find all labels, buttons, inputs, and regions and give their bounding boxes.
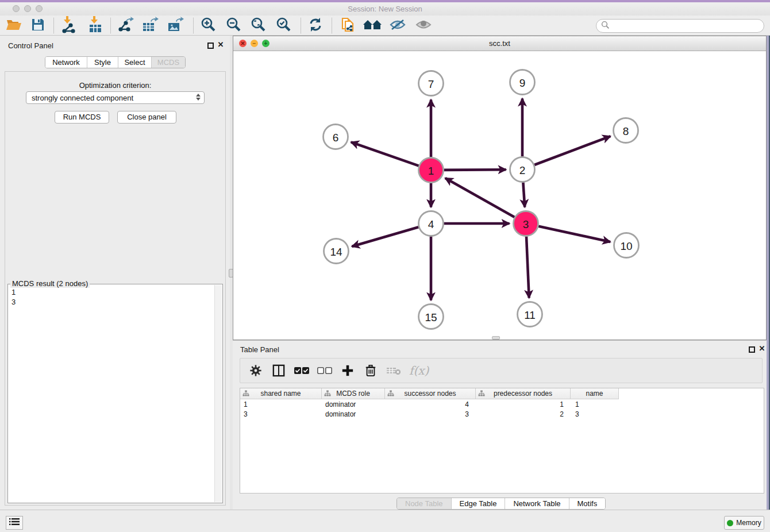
zoom-selected-button[interactable] — [273, 17, 294, 34]
cell-predecessor-nodes[interactable]: 1 — [476, 399, 571, 409]
traffic-light-minimize[interactable] — [24, 5, 31, 12]
tab-style[interactable]: Style — [87, 57, 118, 68]
import-table-button[interactable] — [84, 17, 105, 34]
table-close-icon[interactable]: ✕ — [759, 345, 765, 352]
graph-node-7[interactable]: 7 — [419, 71, 444, 96]
search-input[interactable] — [610, 22, 753, 30]
graph-node-8[interactable]: 8 — [614, 118, 638, 143]
toolbar-separator — [110, 18, 111, 33]
export-image-button[interactable] — [165, 17, 186, 34]
svg-text:10: 10 — [620, 240, 632, 252]
float-panel-icon[interactable] — [207, 43, 214, 49]
table-settings-button[interactable] — [248, 363, 263, 378]
tab-network[interactable]: Network — [45, 57, 87, 68]
graph-edge-1-6[interactable] — [351, 142, 419, 165]
cell-shared-name[interactable]: 1 — [240, 399, 322, 409]
memory-button[interactable]: Memory — [724, 516, 764, 530]
cell-name[interactable]: 3 — [571, 409, 619, 419]
graph-edge-2-3[interactable] — [523, 183, 525, 207]
graph-edge-2-8[interactable] — [534, 136, 610, 165]
select-all-columns-button[interactable] — [294, 363, 309, 378]
hide-selected-button[interactable] — [387, 17, 408, 34]
svg-text:4: 4 — [428, 218, 434, 230]
graph-node-3[interactable]: 3 — [514, 211, 538, 236]
export-network-button[interactable] — [115, 17, 136, 34]
run-mcds-button[interactable]: Run MCDS — [55, 111, 109, 124]
node-table: shared name MCDS role successor nodes pr… — [240, 388, 764, 494]
show-home-button[interactable] — [362, 17, 383, 34]
delete-column-button[interactable] — [363, 363, 378, 378]
table-float-icon[interactable] — [749, 346, 755, 353]
close-panel-button[interactable]: Close panel — [117, 111, 176, 124]
column-header-successor-nodes[interactable]: successor nodes — [385, 388, 476, 399]
mcds-panel-body: Optimization criterion: strongly connect… — [5, 71, 226, 506]
network-canvas[interactable]: 7968124314101511 — [233, 51, 766, 340]
export-table-icon — [141, 17, 159, 35]
svg-text:2: 2 — [519, 164, 526, 176]
cell-predecessor-nodes[interactable]: 2 — [476, 409, 571, 419]
tab-mcds[interactable]: MCDS — [152, 57, 185, 68]
cell-successor-nodes[interactable]: 4 — [385, 399, 476, 409]
graph-node-2[interactable]: 2 — [510, 157, 535, 182]
refresh-view-button[interactable] — [305, 17, 326, 34]
mcds-result-list: 1 3 — [11, 287, 16, 307]
zoom-out-button[interactable] — [223, 17, 244, 34]
deselect-all-columns-button[interactable] — [317, 363, 332, 378]
graph-node-15[interactable]: 15 — [419, 304, 444, 329]
graph-node-9[interactable]: 9 — [510, 70, 535, 95]
graph-node-14[interactable]: 14 — [324, 239, 349, 264]
open-session-button[interactable] — [3, 17, 24, 34]
clone-network-button[interactable] — [337, 17, 358, 34]
column-header-name[interactable]: name — [571, 388, 619, 399]
control-panel-title: Control Panel — [8, 41, 53, 50]
zoom-in-button[interactable] — [198, 17, 218, 34]
table-row[interactable]: 1 dominator 4 1 1 — [240, 399, 764, 409]
result-scrollbar[interactable] — [214, 285, 222, 502]
tab-edge-table[interactable]: Edge Table — [452, 498, 506, 509]
graph-node-10[interactable]: 10 — [614, 233, 639, 258]
column-header-predecessor-nodes[interactable]: predecessor nodes — [476, 388, 571, 399]
network-maximize-icon[interactable]: + — [262, 40, 270, 47]
task-history-button[interactable] — [6, 516, 23, 530]
graph-edge-1-2[interactable] — [444, 169, 506, 170]
import-network-button[interactable] — [57, 17, 78, 34]
close-panel-icon[interactable]: ✕ — [217, 41, 224, 48]
graph-node-11[interactable]: 11 — [518, 302, 542, 327]
add-column-button[interactable] — [340, 363, 355, 378]
delete-table-button-disabled — [386, 363, 401, 378]
horizontal-splitter-grip[interactable] — [492, 336, 500, 340]
show-columns-button[interactable] — [271, 363, 286, 378]
graph-edge-4-14[interactable] — [352, 227, 418, 246]
tab-motifs[interactable]: Motifs — [569, 498, 606, 509]
cell-shared-name[interactable]: 3 — [240, 409, 322, 419]
save-session-button[interactable] — [28, 17, 48, 34]
zoom-fit-icon — [250, 17, 266, 35]
search-field[interactable] — [596, 19, 764, 33]
traffic-light-close[interactable] — [13, 5, 20, 12]
svg-text:6: 6 — [333, 132, 339, 144]
column-header-mcds-role[interactable]: MCDS role — [322, 388, 385, 399]
zoom-fit-button[interactable] — [248, 17, 268, 34]
criterion-dropdown[interactable]: strongly connected component — [26, 91, 205, 104]
graph-edge-3-1[interactable] — [445, 178, 515, 217]
show-hidden-button[interactable] — [413, 17, 434, 34]
tab-node-table[interactable]: Node Table — [397, 498, 452, 509]
cell-mcds-role[interactable]: dominator — [322, 409, 385, 419]
table-row[interactable]: 3 dominator 3 2 3 — [240, 409, 764, 419]
cell-successor-nodes[interactable]: 3 — [385, 409, 476, 419]
graph-node-4[interactable]: 4 — [419, 211, 444, 236]
tab-select[interactable]: Select — [118, 57, 152, 68]
graph-edge-3-10[interactable] — [538, 226, 610, 242]
graph-node-6[interactable]: 6 — [324, 125, 348, 149]
traffic-light-zoom[interactable] — [36, 5, 43, 12]
export-table-button[interactable] — [140, 17, 160, 34]
import-network-icon — [60, 16, 76, 36]
cell-mcds-role[interactable]: dominator — [322, 399, 385, 409]
network-close-icon[interactable]: ✕ — [239, 40, 247, 47]
graph-node-1[interactable]: 1 — [419, 158, 444, 183]
tab-network-table[interactable]: Network Table — [505, 498, 569, 509]
cell-name[interactable]: 1 — [571, 399, 619, 409]
network-minimize-icon[interactable]: − — [251, 40, 258, 47]
graph-edge-3-11[interactable] — [526, 237, 529, 298]
column-header-shared-name[interactable]: shared name — [240, 388, 322, 399]
